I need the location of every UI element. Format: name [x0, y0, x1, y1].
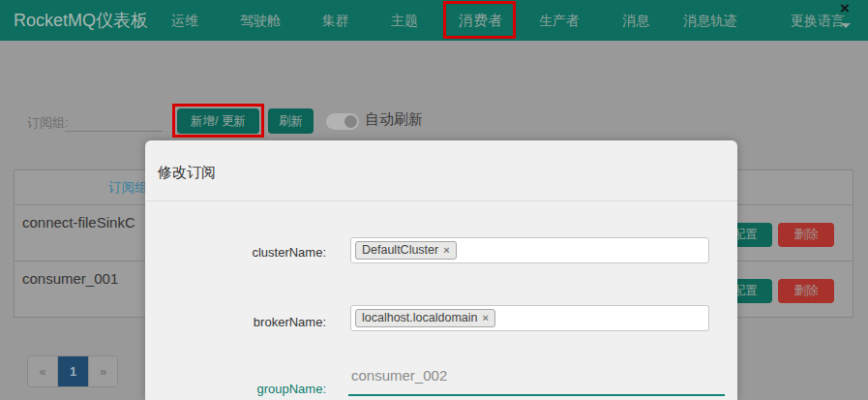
nav-item-producer[interactable]: 生产者	[539, 0, 580, 41]
cluster-tag: DefaultCluster×	[355, 241, 457, 260]
brand-title[interactable]: RocketMQ仪表板	[14, 0, 148, 41]
subscription-group-label: 订阅组:	[27, 114, 69, 132]
cluster-name-field[interactable]: DefaultCluster×	[350, 237, 709, 263]
screen: RocketMQ仪表板 运维 驾驶舱 集群 主题 消费者 生产者 消息 消息轨迹…	[0, 0, 868, 400]
subscription-group-input[interactable]	[65, 114, 163, 132]
modal-title: 修改订阅	[158, 164, 216, 182]
toggle-knob-icon	[344, 115, 357, 128]
chevron-down-icon	[841, 23, 851, 28]
subscription-group-name: connect-fileSinkC	[22, 214, 135, 231]
refresh-button[interactable]: 刷新	[268, 108, 314, 134]
cluster-tag-label: DefaultCluster	[362, 243, 438, 257]
close-icon[interactable]: ×	[840, 0, 850, 18]
annotation-box-add-update-button	[172, 104, 264, 138]
auto-refresh-toggle[interactable]	[326, 113, 359, 130]
delete-button[interactable]: 删除	[778, 279, 834, 303]
broker-name-field[interactable]: localhost.localdomain×	[350, 305, 709, 331]
nav-item-cockpit[interactable]: 驾驶舱	[240, 0, 281, 41]
pagination: « 1 »	[27, 355, 118, 387]
broker-tag-label: localhost.localdomain	[362, 311, 478, 324]
pagination-page-1[interactable]: 1	[57, 356, 88, 386]
nav-item-ops[interactable]: 运维	[171, 0, 198, 41]
remove-tag-icon[interactable]: ×	[443, 244, 449, 256]
remove-tag-icon[interactable]: ×	[483, 312, 489, 323]
pagination-prev-button[interactable]: «	[28, 356, 57, 386]
broker-tag: localhost.localdomain×	[355, 309, 495, 327]
nav-item-cluster[interactable]: 集群	[322, 0, 349, 41]
subscription-group-name: consumer_001	[22, 270, 118, 287]
navbar: RocketMQ仪表板 运维 驾驶舱 集群 主题 消费者 生产者 消息 消息轨迹…	[0, 0, 868, 41]
cluster-name-label: clusterName:	[145, 245, 326, 260]
divider	[145, 200, 737, 201]
nav-item-message[interactable]: 消息	[622, 0, 649, 41]
delete-button[interactable]: 删除	[778, 223, 834, 247]
modal-edit-subscription: 修改订阅 clusterName: DefaultCluster× broker…	[145, 140, 737, 400]
nav-item-topic[interactable]: 主题	[391, 0, 418, 41]
auto-refresh-label: 自动刷新	[365, 110, 423, 129]
group-name-label: groupName:	[145, 382, 326, 396]
broker-name-label: brokerName:	[145, 315, 326, 329]
nav-item-change-language[interactable]: 更换语言	[791, 0, 845, 41]
group-name-underline	[348, 394, 725, 396]
pagination-next-button[interactable]: »	[88, 356, 117, 386]
group-name-input[interactable]: consumer_002	[351, 367, 447, 384]
annotation-box-consumer-tab	[443, 1, 516, 39]
nav-item-message-trace[interactable]: 消息轨迹	[683, 0, 737, 41]
